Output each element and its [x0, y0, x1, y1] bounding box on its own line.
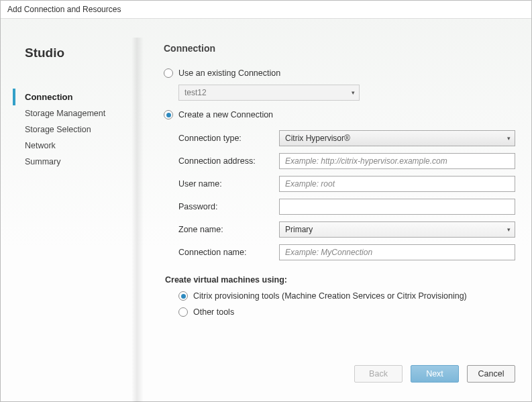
option-create-new[interactable]: Create a new Connection [164, 110, 515, 119]
vm-option-tools[interactable]: Citrix provisioning tools (Machine Creat… [178, 291, 515, 301]
label-user-name: User name: [178, 179, 272, 189]
radio-vm-other[interactable] [178, 307, 188, 317]
wizard-window: Add Connection and Resources Studio Conn… [0, 0, 532, 402]
back-button: Back [354, 365, 403, 383]
label-connection-name: Connection name: [178, 248, 272, 257]
vm-option-other[interactable]: Other tools [178, 307, 515, 317]
user-name-input[interactable] [279, 176, 515, 192]
cancel-button[interactable]: Cancel [467, 365, 515, 383]
label-connection-type: Connection type: [178, 134, 272, 143]
wizard-steps: Connection Storage Management Storage Se… [13, 89, 144, 170]
connection-type-select[interactable]: Citrix Hypervisor® ▾ [279, 130, 515, 146]
chevron-down-icon: ▾ [507, 226, 511, 233]
step-storage-management[interactable]: Storage Management [13, 105, 144, 121]
vm-option-tools-label: Citrix provisioning tools (Machine Creat… [193, 291, 467, 301]
chevron-down-icon: ▾ [507, 135, 511, 142]
option-use-existing-label: Use an existing Connection [178, 68, 280, 78]
connection-address-input[interactable] [279, 153, 515, 169]
label-connection-address: Connection address: [178, 156, 272, 166]
step-network[interactable]: Network [13, 138, 144, 154]
vm-option-other-label: Other tools [193, 307, 234, 317]
radio-use-existing[interactable] [164, 68, 173, 78]
window-title: Add Connection and Resources [1, 1, 531, 19]
step-summary[interactable]: Summary [13, 154, 144, 170]
page-heading: Connection [164, 43, 515, 54]
connection-name-input[interactable] [279, 244, 515, 260]
zone-name-select[interactable]: Primary ▾ [279, 221, 515, 238]
label-password: Password: [178, 202, 272, 211]
zone-name-value: Primary [285, 225, 313, 234]
connection-type-value: Citrix Hypervisor® [285, 134, 350, 143]
next-button[interactable]: Next [411, 365, 459, 383]
step-storage-selection[interactable]: Storage Selection [13, 121, 144, 138]
wizard-footer: Back Next Cancel [164, 356, 515, 395]
brand-title: Studio [13, 46, 144, 60]
sidebar: Studio Connection Storage Management Sto… [13, 31, 144, 395]
existing-connection-select: test12 ▾ [178, 85, 360, 101]
wizard-body: Studio Connection Storage Management Sto… [1, 19, 531, 401]
connection-form: Connection type: Citrix Hypervisor® ▾ Co… [178, 130, 515, 260]
step-connection[interactable]: Connection [13, 89, 144, 105]
vm-section-heading: Create virtual machines using: [165, 275, 515, 285]
main-panel: Connection Use an existing Connection te… [144, 31, 519, 395]
label-zone-name: Zone name: [178, 225, 272, 234]
option-create-new-label: Create a new Connection [178, 110, 273, 119]
existing-connection-row: test12 ▾ [178, 85, 515, 101]
existing-connection-value: test12 [184, 88, 207, 97]
chevron-down-icon: ▾ [352, 89, 355, 96]
radio-create-new[interactable] [164, 110, 173, 119]
password-input[interactable] [279, 199, 515, 215]
option-use-existing[interactable]: Use an existing Connection [164, 68, 515, 78]
radio-vm-tools[interactable] [178, 291, 188, 301]
